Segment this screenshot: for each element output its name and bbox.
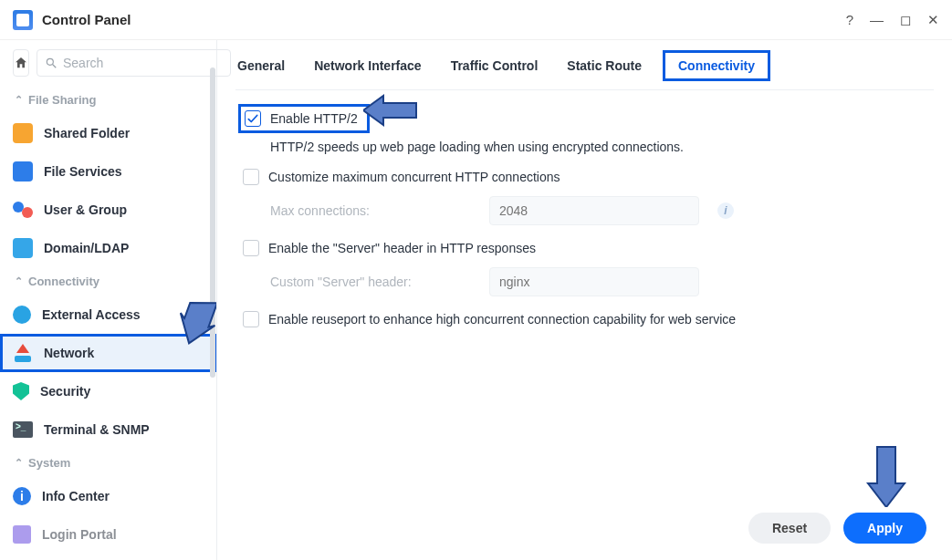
sidebar-item-label: Domain/LDAP bbox=[44, 241, 129, 255]
file-services-icon bbox=[13, 161, 33, 181]
info-icon: i bbox=[13, 487, 31, 505]
sidebar-item-label: Security bbox=[40, 384, 90, 399]
svg-point-0 bbox=[47, 58, 53, 65]
label-enable-reuseport: Enable reuseport to enhance high concurr… bbox=[268, 312, 736, 327]
help-icon[interactable]: ? bbox=[846, 13, 853, 26]
section-system[interactable]: ⌃ System bbox=[0, 449, 216, 477]
section-file-sharing[interactable]: ⌃ File Sharing bbox=[0, 86, 216, 114]
footer: Reset Apply bbox=[235, 500, 934, 560]
sidebar-item-label: File Services bbox=[44, 164, 122, 179]
section-label: File Sharing bbox=[28, 93, 96, 107]
sidebar-item-label: Terminal & SNMP bbox=[44, 422, 150, 437]
checkbox-enable-server-header[interactable] bbox=[243, 240, 259, 256]
label-enable-http2: Enable HTTP/2 bbox=[270, 111, 358, 126]
chevron-up-icon: ⌃ bbox=[15, 457, 23, 469]
domain-ldap-icon bbox=[13, 238, 33, 258]
apply-button[interactable]: Apply bbox=[843, 513, 926, 544]
check-icon bbox=[246, 112, 259, 125]
checkbox-customize-max-conn[interactable] bbox=[243, 169, 259, 185]
reset-button[interactable]: Reset bbox=[748, 513, 831, 544]
folder-icon bbox=[13, 123, 33, 143]
user-group-icon bbox=[13, 202, 33, 218]
sidebar-item-security[interactable]: Security bbox=[0, 372, 216, 410]
checkbox-enable-http2[interactable] bbox=[245, 110, 261, 127]
chevron-up-icon: ⌃ bbox=[15, 275, 23, 287]
sidebar-item-login-portal[interactable]: Login Portal bbox=[0, 515, 216, 554]
chevron-up-icon: ⌃ bbox=[15, 94, 23, 106]
search-icon bbox=[45, 57, 58, 69]
label-customize-max-conn: Customize maximum concurrent HTTP connec… bbox=[268, 170, 560, 184]
tab-traffic-control[interactable]: Traffic Control bbox=[449, 57, 540, 75]
tab-general[interactable]: General bbox=[235, 57, 287, 75]
app-icon bbox=[13, 10, 33, 30]
tab-static-route[interactable]: Static Route bbox=[565, 57, 643, 75]
search-input[interactable] bbox=[63, 56, 223, 70]
sidebar-item-domain-ldap[interactable]: Domain/LDAP bbox=[0, 229, 216, 267]
home-button[interactable] bbox=[13, 49, 29, 77]
main-panel: General Network Interface Traffic Contro… bbox=[217, 40, 952, 560]
sidebar-item-label: Shared Folder bbox=[44, 126, 130, 140]
tab-network-interface[interactable]: Network Interface bbox=[312, 57, 423, 75]
login-portal-icon bbox=[13, 525, 31, 544]
sidebar-item-user-group[interactable]: User & Group bbox=[0, 191, 216, 229]
input-custom-server-header bbox=[489, 267, 699, 296]
maximize-icon[interactable]: ◻ bbox=[900, 13, 911, 26]
sidebar-item-label: Info Center bbox=[42, 489, 110, 503]
terminal-icon bbox=[13, 421, 33, 438]
sidebar-scrollbar[interactable] bbox=[210, 67, 215, 378]
sidebar-item-terminal-snmp[interactable]: Terminal & SNMP bbox=[0, 410, 216, 449]
search-box[interactable] bbox=[37, 49, 231, 77]
window-title: Control Panel bbox=[42, 12, 131, 27]
tab-connectivity[interactable]: Connectivity bbox=[669, 57, 764, 75]
sidebar-item-label: User & Group bbox=[44, 202, 127, 217]
sidebar-item-network[interactable]: Network bbox=[0, 334, 216, 372]
input-max-connections bbox=[489, 196, 699, 225]
label-enable-server-header: Enable the "Server" header in HTTP respo… bbox=[268, 241, 536, 255]
section-label: System bbox=[28, 456, 70, 470]
home-icon bbox=[14, 56, 28, 70]
checkbox-enable-reuseport[interactable] bbox=[243, 311, 259, 327]
section-label: Connectivity bbox=[28, 275, 99, 288]
network-icon bbox=[13, 344, 33, 362]
label-max-connections: Max connections: bbox=[270, 203, 471, 218]
close-icon[interactable]: ✕ bbox=[927, 13, 939, 26]
minimize-icon[interactable]: — bbox=[870, 13, 884, 26]
sidebar-item-info-center[interactable]: i Info Center bbox=[0, 477, 216, 515]
sidebar-item-shared-folder[interactable]: Shared Folder bbox=[0, 114, 216, 152]
section-connectivity[interactable]: ⌃ Connectivity bbox=[0, 267, 216, 296]
security-shield-icon bbox=[13, 382, 29, 400]
sidebar-item-external-access[interactable]: External Access bbox=[0, 296, 216, 334]
sidebar: ⌃ File Sharing Shared Folder File Servic… bbox=[0, 40, 217, 560]
titlebar: Control Panel ? — ◻ ✕ bbox=[0, 0, 952, 40]
info-tooltip-icon[interactable]: i bbox=[717, 202, 734, 219]
svg-line-1 bbox=[53, 65, 57, 68]
external-access-icon bbox=[13, 306, 31, 324]
tab-bar: General Network Interface Traffic Contro… bbox=[235, 40, 934, 90]
label-custom-server-header: Custom "Server" header: bbox=[270, 275, 471, 289]
sidebar-item-label: Network bbox=[44, 346, 94, 360]
sidebar-item-label: External Access bbox=[42, 307, 141, 322]
sidebar-item-file-services[interactable]: File Services bbox=[0, 152, 216, 191]
http2-description: HTTP/2 speeds up web page loading when u… bbox=[243, 134, 926, 163]
sidebar-item-label: Login Portal bbox=[42, 527, 117, 542]
